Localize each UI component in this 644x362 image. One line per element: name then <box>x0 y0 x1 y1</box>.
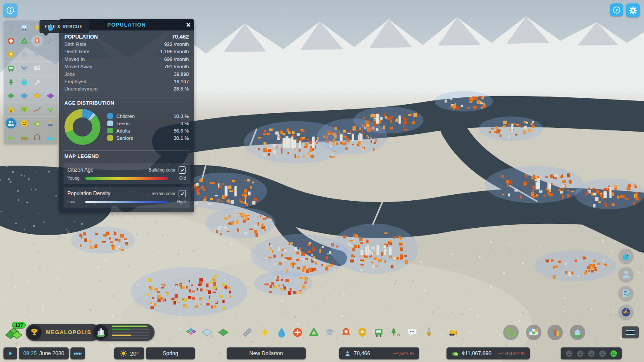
happiness-view-icon <box>20 119 28 127</box>
communications-icon <box>33 64 41 72</box>
happiness-display[interactable] <box>561 347 622 359</box>
info-views-button[interactable] <box>528 326 540 338</box>
parks-recreation-button[interactable] <box>389 326 401 338</box>
water-sewage-button[interactable] <box>276 326 288 338</box>
legend-checkbox[interactable] <box>179 166 186 174</box>
legend-color-chip <box>107 121 113 126</box>
districts-button[interactable] <box>201 326 213 338</box>
infoview-maintenance-button[interactable] <box>44 34 57 48</box>
infoview-routes-button[interactable] <box>31 75 44 89</box>
gear-icon <box>628 6 638 15</box>
fire-rescue-icon <box>33 37 41 45</box>
infoview-garbage-button[interactable] <box>18 34 31 48</box>
infoview-transit-stop-button[interactable] <box>18 21 31 34</box>
water-sewage-icon <box>276 327 287 338</box>
infoview-row <box>4 21 57 34</box>
milestone-button[interactable]: MEGALOPOLIS <box>26 324 100 341</box>
growth-icon <box>33 106 41 114</box>
chirper-icon <box>621 251 631 261</box>
journal-button[interactable] <box>619 286 633 301</box>
terraforming-button[interactable] <box>423 326 435 338</box>
xp-progress-widget[interactable] <box>92 324 155 341</box>
age-distribution: Children10.3 %Teens3 %Adults56.6 %Senior… <box>59 107 194 149</box>
question-icon: ? <box>612 6 621 15</box>
infoview-healthcare-button[interactable] <box>4 34 18 48</box>
infoview-administration-button[interactable] <box>18 48 31 61</box>
infoview-growth-button[interactable] <box>31 103 44 116</box>
check-icon <box>180 191 185 196</box>
water-quality-view-icon <box>46 133 55 141</box>
infoview-noise-view-button[interactable] <box>31 130 44 144</box>
chirper-button[interactable] <box>619 249 633 263</box>
infoview-economy-view-button[interactable]: ¢ <box>18 103 31 116</box>
legend-checkbox[interactable] <box>179 190 186 197</box>
electricity-button[interactable] <box>259 326 271 338</box>
season-display[interactable]: Spring <box>146 347 195 359</box>
bulldozer-button[interactable] <box>447 326 459 338</box>
education-icon <box>324 327 335 338</box>
infoview-terrain-view-button[interactable] <box>4 130 18 144</box>
infoview-public-transport-button[interactable] <box>4 62 18 75</box>
info-button[interactable] <box>3 3 17 17</box>
photo-mode-button[interactable] <box>622 326 639 338</box>
infoview-police-button[interactable] <box>4 48 18 61</box>
communications-button[interactable] <box>406 326 418 338</box>
city-level-icon <box>94 325 108 340</box>
age-group-label: Adults <box>116 128 173 133</box>
infoview-education-button[interactable] <box>31 48 44 61</box>
infoview-post-button[interactable] <box>18 62 31 75</box>
tourism-icon <box>20 78 28 86</box>
infoview-water-button[interactable] <box>44 21 57 34</box>
infoview-water-quality-view-button[interactable] <box>44 130 57 144</box>
infoview-roads-button[interactable] <box>4 21 18 34</box>
stat-row: Death Rate1,196 /month <box>64 48 189 55</box>
infoview-zoning-commercial-button[interactable] <box>18 89 31 103</box>
temperature-display[interactable]: 20° <box>114 347 144 359</box>
transportation-button[interactable] <box>373 326 385 338</box>
progression-button[interactable] <box>571 326 583 338</box>
infoview-money-view-button[interactable] <box>31 117 44 130</box>
infoview-population-view-button[interactable] <box>4 117 18 130</box>
radio-button[interactable]: ♪ <box>619 305 633 320</box>
money-display[interactable]: ¢11,067,690 −178,622 /h <box>447 347 530 359</box>
economy-button[interactable]: ¢ <box>505 326 517 338</box>
fire-rescue-button[interactable] <box>340 326 352 338</box>
infoview-row <box>4 48 57 62</box>
help-button[interactable]: ? <box>610 3 623 16</box>
close-icon[interactable]: × <box>186 20 191 30</box>
citizen-info-button[interactable] <box>619 267 633 282</box>
infoview-soil-view-button[interactable] <box>18 130 31 144</box>
infoview-land-value-button[interactable] <box>4 103 18 116</box>
infoview-happiness-view-button[interactable] <box>18 117 31 130</box>
stat-row: POPULATION70,462 <box>64 33 189 40</box>
time-display: 09:25 June 2030 <box>19 347 69 359</box>
settings-button[interactable] <box>626 3 640 17</box>
map-tiles-button[interactable]: 137 <box>5 324 24 342</box>
healthcare-button[interactable] <box>292 326 304 338</box>
garbage-button[interactable] <box>308 326 320 338</box>
police-button[interactable] <box>356 326 368 338</box>
zones-button[interactable] <box>185 326 197 338</box>
speed-button[interactable]: ▶▶▶ <box>70 347 85 359</box>
legend-card: Population Density Terrain color Low Hig… <box>64 187 190 208</box>
statistics-button[interactable] <box>549 326 561 338</box>
age-group-value: 30.1 % <box>173 136 189 141</box>
landscaping-button[interactable] <box>217 326 229 338</box>
infoview-zoning-office-button[interactable] <box>44 89 57 103</box>
infoview-zoning-residential-button[interactable] <box>4 89 18 103</box>
infoview-parks-button[interactable] <box>4 75 18 89</box>
roads-button[interactable] <box>241 326 253 338</box>
zoning-office-icon <box>46 92 55 100</box>
infoview-workers-view-button[interactable] <box>44 117 57 130</box>
infoview-communications-button[interactable] <box>31 62 44 75</box>
game-date: June 2030 <box>39 350 64 356</box>
city-name-display[interactable]: New Dollarton <box>227 347 306 359</box>
communications-icon <box>407 327 418 338</box>
population-display[interactable]: 70,466 −2,521 /h <box>339 347 419 359</box>
play-pause-button[interactable] <box>3 347 17 359</box>
infoview-zoning-industrial-button[interactable] <box>31 89 44 103</box>
infoview-tourism-button[interactable] <box>18 75 31 89</box>
infoview-fire-rescue-button[interactable] <box>31 34 44 48</box>
infoview-greenery-button[interactable] <box>44 103 57 116</box>
education-button[interactable] <box>324 326 336 338</box>
